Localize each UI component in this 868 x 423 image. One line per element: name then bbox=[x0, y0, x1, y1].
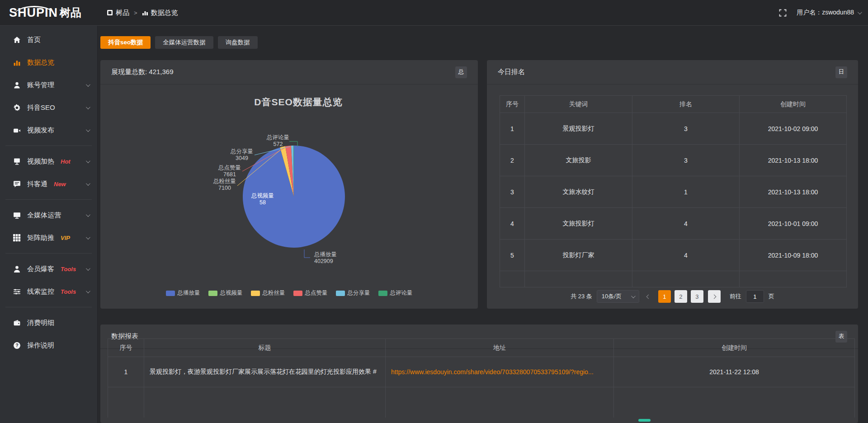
sidebar-item-label: 抖客通 bbox=[27, 180, 47, 188]
page-button-3[interactable]: 3 bbox=[691, 290, 703, 303]
sidebar-item-label: 操作说明 bbox=[27, 341, 54, 350]
square-doc-icon bbox=[107, 9, 113, 16]
sidebar-item-6[interactable]: 抖客通New bbox=[0, 173, 97, 195]
sidebar-item-1[interactable]: 数据总览 bbox=[0, 51, 97, 74]
column-header: 标题 bbox=[144, 339, 386, 357]
page-size-select[interactable]: 10条/页 bbox=[597, 290, 639, 303]
chevron-down-icon bbox=[858, 10, 862, 14]
sidebar-item-label: 全媒体运营 bbox=[27, 211, 61, 220]
sidebar: 首页数据总览账号管理抖音SEO视频发布视频加热Hot抖客通New全媒体运营矩阵助… bbox=[0, 26, 98, 423]
legend-item-4[interactable]: 总分享量 bbox=[336, 289, 370, 297]
sidebar-item-0[interactable]: 首页 bbox=[0, 28, 97, 51]
table-cell: 4 bbox=[500, 208, 525, 240]
column-header: 序号 bbox=[500, 96, 525, 113]
table-cell bbox=[525, 271, 632, 287]
legend-color-chip bbox=[378, 291, 387, 296]
goto-page-input[interactable] bbox=[746, 290, 764, 303]
sidebar-item-8[interactable]: 矩阵助推VIP bbox=[0, 226, 97, 249]
table-cell bbox=[500, 271, 525, 287]
app-root: SHUPIN 树品 树品 > 数据总览 用户名：zswodun88 首页数据 bbox=[0, 0, 868, 423]
tab-0[interactable]: 抖音seo数据 bbox=[100, 36, 151, 49]
next-page-button[interactable] bbox=[708, 290, 721, 303]
home-icon bbox=[13, 36, 21, 44]
column-header: 关键词 bbox=[525, 96, 632, 113]
table-row: 1景观投影灯，夜游景观投影灯厂家展示展示落花灯在花园里的灯光投影应用效果 #ht… bbox=[108, 357, 855, 387]
sidebar-item-tag: Tools bbox=[61, 266, 76, 273]
sidebar-item-label: 视频加热 bbox=[27, 157, 54, 166]
sidebar-item-10[interactable]: 线索监控Tools bbox=[0, 280, 97, 303]
sidebar-item-label: 消费明细 bbox=[27, 319, 54, 327]
page-button-2[interactable]: 2 bbox=[675, 290, 687, 303]
overview-panel-header: 展现量总数: 421,369 总 bbox=[100, 60, 478, 85]
goto-unit: 页 bbox=[769, 292, 774, 301]
table-row: 3文旅水纹灯12021-10-13 18:00 bbox=[500, 176, 847, 208]
username-dropdown[interactable]: 用户名：zswodun88 bbox=[797, 9, 861, 17]
total-badge-button[interactable]: 总 bbox=[455, 66, 467, 78]
pie-chart[interactable] bbox=[100, 85, 478, 309]
user-icon bbox=[13, 81, 21, 89]
legend-item-2[interactable]: 总粉丝量 bbox=[251, 289, 285, 297]
legend-label: 总评论量 bbox=[390, 289, 413, 297]
svg-text:?: ? bbox=[15, 343, 18, 348]
rank-panel-title: 今日排名 bbox=[498, 68, 525, 76]
table-cell: 5 bbox=[500, 240, 525, 271]
sidebar-item-5[interactable]: 视频加热Hot bbox=[0, 150, 97, 173]
empty-table-row bbox=[500, 271, 847, 287]
monitor-icon bbox=[13, 211, 21, 219]
row-link[interactable]: https://www.iesdouyin.com/share/video/70… bbox=[386, 357, 614, 387]
table-cell: 2021-10-01 09:00 bbox=[740, 208, 847, 240]
table-cell: 投影灯厂家 bbox=[525, 240, 632, 271]
fullscreen-icon[interactable] bbox=[779, 9, 787, 17]
chevron-down-icon bbox=[86, 159, 90, 163]
table-cell: 3 bbox=[500, 176, 525, 208]
sliders-icon bbox=[13, 287, 21, 296]
page-buttons: 123 bbox=[658, 290, 703, 303]
legend-color-chip bbox=[208, 291, 217, 296]
empty-table-row bbox=[108, 387, 855, 418]
table-cell: 文旅水纹灯 bbox=[525, 176, 632, 208]
legend-item-5[interactable]: 总评论量 bbox=[378, 289, 413, 297]
breadcrumb-root[interactable]: 树品 bbox=[107, 9, 129, 17]
pie-chart-area: D音SEO数据量总览 总评论量572 总分享量3049 总点赞量7681 bbox=[100, 85, 478, 309]
scrollbar-thumb[interactable] bbox=[638, 419, 651, 422]
username-label: 用户名：zswodun88 bbox=[797, 9, 854, 17]
bar-chart-icon bbox=[13, 58, 21, 66]
column-header: 创建时间 bbox=[614, 339, 855, 357]
legend-item-0[interactable]: 总播放量 bbox=[166, 289, 200, 297]
tab-1[interactable]: 全媒体运营数据 bbox=[155, 36, 213, 49]
chevron-down-icon bbox=[86, 181, 90, 186]
table-cell: 2021-10-13 18:00 bbox=[740, 176, 847, 208]
sidebar-item-tag: Tools bbox=[61, 288, 76, 295]
legend-item-1[interactable]: 总视频量 bbox=[208, 289, 243, 297]
table-cell: 4 bbox=[632, 240, 740, 271]
sidebar-item-9[interactable]: 会员爆客Tools bbox=[0, 258, 97, 280]
table-cell: 1 bbox=[632, 176, 740, 208]
tab-2[interactable]: 询盘数据 bbox=[218, 36, 258, 49]
sidebar-item-11[interactable]: 消费明细 bbox=[0, 311, 97, 334]
video-icon bbox=[13, 126, 21, 134]
sidebar-item-7[interactable]: 全媒体运营 bbox=[0, 204, 97, 226]
table-cell bbox=[386, 387, 614, 418]
chevron-down-icon bbox=[86, 82, 90, 87]
legend-item-3[interactable]: 总点赞量 bbox=[293, 289, 328, 297]
sidebar-item-label: 首页 bbox=[27, 36, 41, 44]
sidebar-item-2[interactable]: 账号管理 bbox=[0, 74, 97, 96]
prev-page-button[interactable] bbox=[644, 290, 654, 303]
pie-label-comments: 总评论量572 bbox=[253, 134, 303, 148]
page-button-1[interactable]: 1 bbox=[658, 290, 671, 303]
legend-label: 总点赞量 bbox=[305, 289, 328, 297]
breadcrumb: 树品 > 数据总览 bbox=[107, 9, 178, 17]
legend-label: 总视频量 bbox=[220, 289, 243, 297]
sidebar-item-4[interactable]: 视频发布 bbox=[0, 119, 97, 141]
top-bar: SHUPIN 树品 树品 > 数据总览 用户名：zswodun88 bbox=[0, 0, 868, 26]
table-header-row: 序号关键词排名创建时间 bbox=[500, 96, 847, 113]
table-row: 2文旅投影32021-10-13 18:00 bbox=[500, 145, 847, 176]
day-badge-button[interactable]: 日 bbox=[835, 66, 847, 78]
sidebar-item-3[interactable]: 抖音SEO bbox=[0, 96, 97, 119]
bar-chart-icon bbox=[142, 9, 148, 16]
sidebar-item-12[interactable]: ?操作说明 bbox=[0, 334, 97, 357]
table-cell: 4 bbox=[632, 208, 740, 240]
report-table: 序号标题地址创建时间1景观投影灯，夜游景观投影灯厂家展示展示落花灯在花园里的灯光… bbox=[108, 338, 855, 418]
breadcrumb-current[interactable]: 数据总览 bbox=[142, 9, 178, 17]
sidebar-item-label: 数据总览 bbox=[27, 58, 54, 67]
